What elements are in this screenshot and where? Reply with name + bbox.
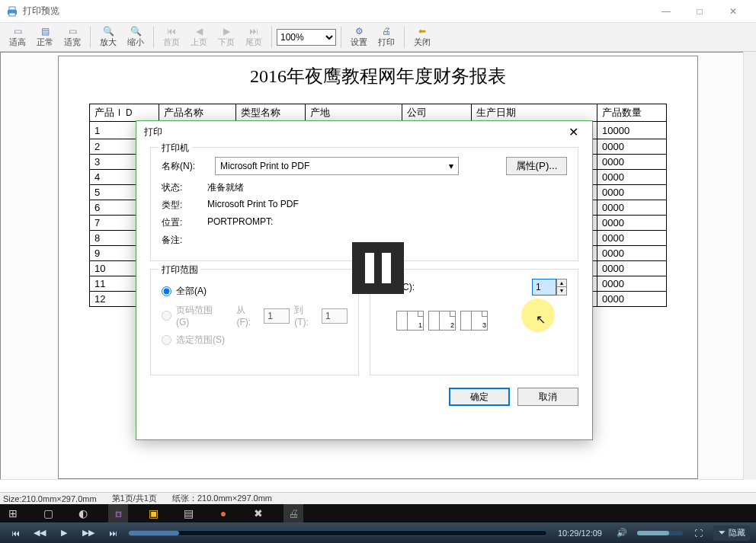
media-play-button[interactable]: ▶ — [55, 525, 73, 541]
taskbar-app-notepad[interactable]: ▤ — [178, 504, 198, 522]
table-header: 类型名称 — [235, 104, 305, 122]
fit-width-button[interactable]: ▭适宽 — [59, 24, 85, 51]
start-button[interactable]: ⊞ — [3, 504, 23, 522]
taskbar-app-1[interactable]: ◐ — [73, 504, 93, 522]
svg-rect-2 — [9, 13, 15, 16]
minimize-button[interactable]: — — [649, 0, 683, 23]
svg-rect-1 — [9, 7, 15, 10]
from-input — [264, 308, 290, 324]
prev-page-button[interactable]: ◀上页 — [186, 24, 212, 51]
table-cell: 0000 — [597, 276, 666, 292]
window-titlebar: 打印预览 — □ ✕ — [0, 0, 756, 23]
collate-preview: 1 1 2 2 3 3 — [396, 311, 567, 331]
printer-icon — [6, 5, 18, 18]
toolbar: ▭适高 ▤正常 ▭适宽 🔍放大 🔍缩小 ⏮首页 ◀上页 ▶下页 ⏭尾页 100%… — [0, 23, 756, 52]
fit-height-button[interactable]: ▭适高 — [5, 24, 30, 51]
range-pages-radio — [162, 311, 171, 321]
page-icon: 1 — [407, 311, 424, 331]
media-forward-button[interactable]: ▶▶ — [79, 525, 98, 541]
table-header: 公司 — [402, 104, 472, 122]
zoom-out-button[interactable]: 🔍缩小 — [123, 24, 149, 51]
next-page-button[interactable]: ▶下页 — [213, 24, 239, 51]
table-cell: 0000 — [597, 246, 666, 261]
table-header: 生产日期 — [472, 104, 597, 122]
table-cell: 0000 — [597, 292, 666, 307]
window-title: 打印预览 — [23, 5, 59, 18]
zoom-in-button[interactable]: 🔍放大 — [95, 24, 121, 51]
task-view-button[interactable]: ▢ — [38, 504, 58, 522]
taskbar-app-explorer[interactable]: ▣ — [143, 504, 163, 522]
status-value: 准备就绪 — [207, 181, 244, 194]
settings-button[interactable]: ⚙设置 — [346, 24, 372, 51]
table-cell: 0000 — [597, 170, 666, 185]
close-toolbar-button[interactable]: ⬅关闭 — [409, 24, 435, 51]
status-paper: 纸张：210.0mm×297.0mm — [172, 493, 272, 504]
status-bar: Size:210.0mm×297.0mm 第1页/共1页 纸张：210.0mm×… — [0, 492, 756, 504]
cancel-button[interactable]: 取消 — [517, 388, 578, 406]
taskbar-app-printer[interactable]: 🖨 — [284, 504, 303, 522]
copies-spinner[interactable]: ▲▼ — [556, 279, 567, 295]
to-input — [322, 308, 348, 324]
dialog-close-button[interactable]: ✕ — [562, 123, 585, 141]
status-label: 状态: — [162, 181, 207, 194]
range-all-radio[interactable] — [162, 286, 171, 296]
table-cell: 10000 — [597, 122, 666, 139]
printer-select[interactable]: Microsoft Print to PDF▾ — [215, 157, 459, 175]
media-progress-track[interactable] — [128, 530, 547, 536]
table-header: 产品ＩＤ — [90, 104, 159, 122]
normal-button[interactable]: ▤正常 — [32, 24, 58, 51]
volume-slider[interactable] — [637, 531, 683, 535]
table-header: 产地 — [305, 104, 402, 122]
dialog-title: 打印 — [144, 126, 162, 139]
vertical-scrollbar[interactable] — [743, 52, 756, 480]
taskbar-app-vs[interactable]: ⧈ — [108, 504, 128, 522]
windows-taskbar: ⊞ ▢ ◐ ⧈ ▣ ▤ ● ✖ 🖨 — [0, 504, 756, 522]
volume-icon[interactable]: 🔊 — [613, 525, 631, 541]
comment-label: 备注: — [162, 234, 207, 247]
table-header: 产品数量 — [597, 104, 666, 122]
media-time: 10:29/12:09 — [558, 529, 602, 538]
table-header: 产品名称 — [159, 104, 235, 122]
tray-hide-button[interactable]: ⏷ 隐藏 — [713, 525, 750, 541]
type-label: 类型: — [162, 199, 207, 212]
location-value: PORTPROMPT: — [207, 216, 273, 229]
range-group-label: 打印范围 — [159, 264, 201, 276]
table-cell: 0000 — [597, 216, 666, 231]
range-selection-radio — [162, 335, 171, 345]
type-value: Microsoft Print To PDF — [207, 199, 299, 212]
page-icon: 2 — [439, 311, 456, 331]
media-next-button[interactable]: ⏭ — [104, 525, 122, 541]
print-button[interactable]: 🖨打印 — [373, 24, 399, 51]
copies-input[interactable] — [532, 279, 556, 295]
report-title: 2016年夜鹰教程网年度财务报表 — [89, 64, 667, 88]
fullscreen-button[interactable]: ⛶ — [689, 525, 707, 541]
properties-button[interactable]: 属性(P)... — [506, 157, 567, 175]
last-page-button[interactable]: ⏭尾页 — [241, 24, 267, 51]
table-cell: 0000 — [597, 261, 666, 276]
dialog-titlebar: 打印 ✕ — [136, 121, 592, 142]
location-label: 位置: — [162, 216, 207, 229]
media-rewind-button[interactable]: ◀◀ — [30, 525, 49, 541]
ok-button[interactable]: 确定 — [449, 388, 510, 406]
status-size: Size:210.0mm×297.0mm — [3, 494, 97, 503]
status-page: 第1页/共1页 — [112, 493, 157, 504]
printer-name-label: 名称(N): — [162, 160, 207, 173]
media-control-bar: ⏮ ◀◀ ▶ ▶▶ ⏭ 10:29/12:09 🔊 ⛶ ⏷ 隐藏 — [0, 522, 756, 543]
media-prev-button[interactable]: ⏮ — [6, 525, 24, 541]
print-range-group: 打印范围 全部(A) 页码范围(G) 从(F): 到(T): 选定范围(S) — [150, 269, 359, 375]
pause-overlay-icon — [352, 242, 404, 294]
taskbar-app-firefox[interactable]: ● — [213, 504, 233, 522]
printer-group-label: 打印机 — [159, 142, 192, 155]
maximize-button[interactable]: □ — [683, 0, 716, 23]
first-page-button[interactable]: ⏮首页 — [159, 24, 184, 51]
page-icon: 3 — [471, 311, 488, 331]
taskbar-app-tools[interactable]: ✖ — [248, 504, 268, 522]
close-button[interactable]: ✕ — [716, 0, 750, 23]
table-cell: 0000 — [597, 231, 666, 246]
table-cell: 0000 — [597, 185, 666, 200]
table-cell: 0000 — [597, 155, 666, 170]
table-cell: 0000 — [597, 200, 666, 216]
table-cell: 0000 — [597, 139, 666, 155]
zoom-select[interactable]: 100% — [277, 29, 336, 46]
